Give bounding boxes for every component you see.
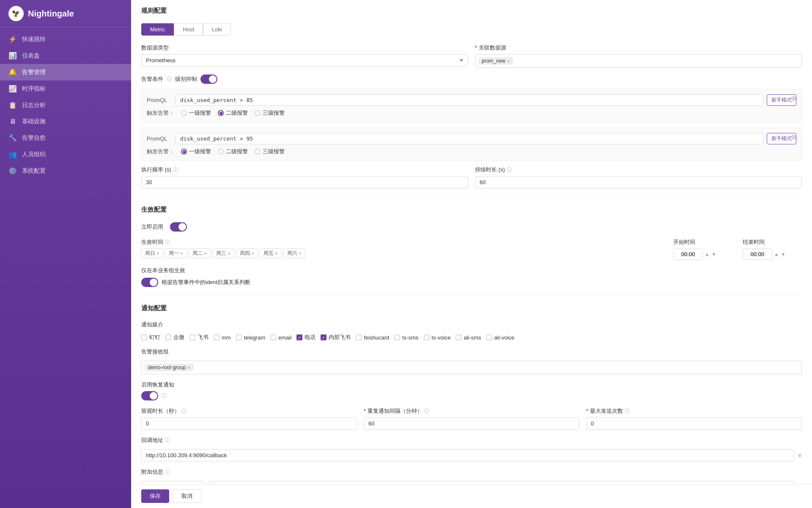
sidebar-item-infra[interactable]: 🖥基础设施 [0,113,131,130]
receiver-input[interactable]: demo-root-group × [141,361,802,374]
tab-loki[interactable]: Loki [203,23,231,36]
checkbox-ali-sms [455,334,461,340]
remove-day[interactable]: × [251,251,254,257]
severity-option[interactable]: 一级报警 [181,148,211,155]
promql-input-2[interactable] [176,133,763,144]
business-toggle[interactable] [141,278,158,287]
related-datasource-label: * 关联数据源 [475,44,802,52]
day-tag: 周六× [283,248,305,258]
sidebar-item-alert-mgmt[interactable]: 🔔告警管理 [0,64,131,80]
severity-option[interactable]: 二级报警 [218,109,248,117]
promql-add-icon[interactable]: ⊕ [791,133,796,141]
media-item-telegram[interactable]: telegram [236,334,266,341]
sidebar-item-org[interactable]: 👥人员组织 [0,146,131,163]
alert-mgmt-icon: 🔔 [8,68,17,76]
datasource-type-select[interactable]: Prometheus [141,54,468,66]
remove-day[interactable]: × [228,251,230,257]
media-item-feishucard[interactable]: feishucard [356,334,389,341]
cancel-button[interactable]: 取消 [173,489,201,503]
day-tag: 周二× [189,248,211,258]
end-time-input[interactable] [743,248,772,260]
severity-row-2: 触发告警： 一级报警 二级报警 三级报警 [147,148,796,155]
severity-option[interactable]: 三级报警 [255,109,285,117]
severity-prefix-label: 触发告警： [147,109,174,117]
duration-info: ⓘ [507,166,512,174]
media-label-mm: mm [222,334,231,341]
business-only-label: 仅在本业务组生效 [141,267,802,274]
media-item-ali-sms[interactable]: ali-sms [455,334,481,341]
repeat-input[interactable] [364,417,579,430]
media-grid: 钉钉 企微 飞书 mm telegram email ✓ 电话 ✓ 内部飞书 f… [141,334,802,341]
promql-label: PromQL [147,135,172,142]
media-item-tx-sms[interactable]: tx-sms [394,334,418,341]
severity-label: 三级报警 [263,109,285,117]
datasource-type-group: 数据源类型 Prometheus [141,44,468,66]
media-item-mm[interactable]: mm [214,334,231,341]
end-time-up[interactable]: ▲ [774,251,779,257]
sidebar-item-time-series[interactable]: 📈时序指标 [0,80,131,97]
sidebar-item-self-monitor[interactable]: 🔧告警自愈 [0,130,131,146]
start-time-input-group: ▲ ▼ [673,248,732,260]
media-label-tx-sms: tx-sms [402,334,418,341]
remove-receiver-tag[interactable]: × [187,365,190,370]
remove-day[interactable]: × [299,251,302,257]
sidebar-item-quick-jump[interactable]: ⚡快速跳转 [0,31,131,47]
observe-input[interactable] [141,417,357,430]
remove-datasource-tag[interactable]: × [507,58,510,64]
media-item-email[interactable]: email [270,334,291,341]
immediate-toggle[interactable] [170,222,187,232]
severity-option[interactable]: 二级报警 [218,148,248,155]
time-series-icon: 📈 [8,85,17,93]
remove-day[interactable]: × [156,251,159,257]
remove-day[interactable]: × [204,251,207,257]
callback-input[interactable] [141,449,794,461]
media-item-qiye[interactable]: 企微 [165,334,184,341]
alert-condition-info: ⓘ [167,76,172,83]
media-item-feishu[interactable]: 飞书 [189,334,208,341]
sidebar-label-org: 人员组织 [22,151,46,158]
recovery-toggle[interactable] [141,391,158,400]
media-item-inner-feishu[interactable]: ✓ 内部飞书 [321,334,351,341]
day-label: 周三 [216,250,226,257]
related-datasource-input[interactable]: prom_new × [475,54,802,68]
media-item-phone[interactable]: ✓ 电话 [296,334,315,341]
severity-label: 一级报警 [189,109,211,117]
freq-duration-row: 执行频率 (s) ⓘ 持续时长 (s) ⓘ [141,166,802,188]
promql-add-icon[interactable]: ⊕ [791,94,796,102]
end-time-down[interactable]: ▼ [781,251,786,257]
start-time-up[interactable]: ▲ [705,251,710,257]
promql-input-row: PromQL 新手模式 [147,94,796,106]
tab-metric[interactable]: Metric [141,23,174,36]
remove-day[interactable]: × [275,251,278,257]
severity-option[interactable]: 三级报警 [255,148,285,155]
day-label: 周二 [192,250,203,257]
exec-frequency-input[interactable] [141,176,468,188]
repeat-label: * 重复通知间隔（分钟） ⓘ [364,407,579,415]
start-time-down[interactable]: ▼ [711,251,716,257]
start-time-input[interactable] [673,248,703,260]
infra-icon: 🖥 [8,118,17,125]
sidebar-item-dashboard[interactable]: 📊仪表盘 [0,47,131,64]
media-item-dingtalk[interactable]: 钉钉 [141,334,160,341]
media-item-tx-voice[interactable]: tx-voice [424,334,451,341]
sidebar-item-system[interactable]: ⚙️系统配置 [0,163,131,179]
media-item-ali-voice[interactable]: ali-voice [486,334,515,341]
repeat-group: * 重复通知间隔（分钟） ⓘ [364,407,579,430]
promql-label: PromQL [147,97,172,103]
sidebar-label-self-monitor: 告警自愈 [22,134,46,142]
sidebar-item-log-analysis[interactable]: 📋日志分析 [0,97,131,113]
max-send-input[interactable] [586,417,802,430]
promql-input-1[interactable] [176,94,763,106]
duration-input[interactable] [475,176,802,188]
level-limit-label: 级别抑制 [175,75,197,83]
radio-circle [218,110,224,116]
severity-option[interactable]: 一级报警 [181,109,211,117]
tab-host[interactable]: Host [174,23,203,36]
bottom-bar: 保存 取消 [131,484,812,508]
radio-group-1: 一级报警 二级报警 三级报警 [181,109,285,117]
effective-time-label: 生效时间 ⓘ [141,238,663,246]
save-button[interactable]: 保存 [141,489,169,503]
level-limit-toggle[interactable] [200,75,217,84]
remove-day[interactable]: × [180,251,183,257]
callback-add-icon[interactable]: ⊕ [798,453,802,458]
